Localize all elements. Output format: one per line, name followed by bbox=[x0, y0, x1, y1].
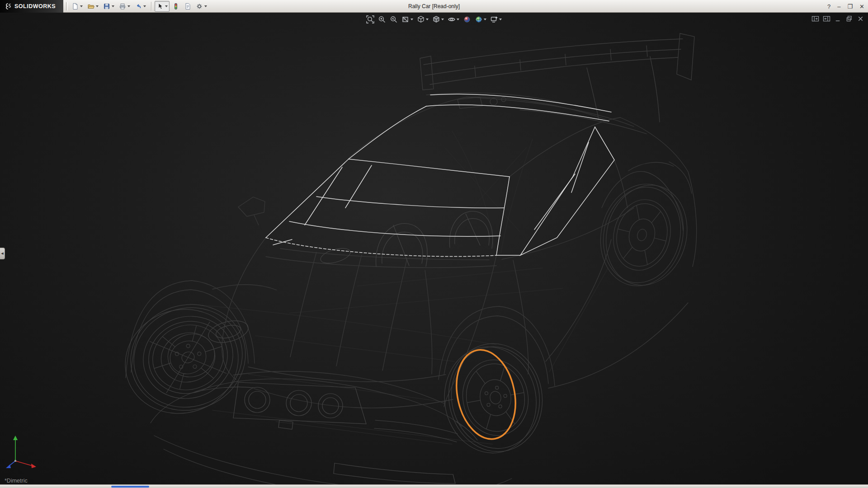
heads-up-view-toolbar bbox=[365, 15, 503, 24]
print-icon bbox=[119, 3, 126, 10]
help-button[interactable]: ? bbox=[827, 4, 830, 9]
main-toolbar bbox=[70, 1, 209, 12]
toolbar-grip bbox=[66, 2, 68, 10]
save-icon bbox=[103, 3, 110, 10]
view-settings-button[interactable] bbox=[489, 15, 503, 24]
apply-scene-button[interactable] bbox=[474, 15, 487, 24]
minimize-button[interactable]: – bbox=[837, 4, 840, 9]
undo-icon bbox=[135, 3, 142, 10]
window-title: Rally Car [Read-only] bbox=[408, 3, 460, 9]
zoom-to-fit-icon bbox=[366, 15, 374, 23]
car-wheel-front-left bbox=[111, 290, 259, 428]
car-front-details bbox=[194, 317, 477, 483]
triad-y-axis bbox=[13, 436, 18, 461]
previous-view-icon bbox=[390, 15, 398, 23]
select-button[interactable] bbox=[155, 1, 170, 12]
collapse-arrow-icon: ◀ bbox=[1, 252, 3, 255]
dropdown-arrow-icon[interactable] bbox=[484, 19, 486, 20]
open-button[interactable] bbox=[85, 1, 100, 12]
dropdown-arrow-icon[interactable] bbox=[410, 19, 413, 20]
new-button[interactable] bbox=[70, 1, 85, 12]
dropdown-arrow-icon[interactable] bbox=[143, 5, 146, 7]
select-arrow-icon bbox=[156, 3, 164, 10]
print-button[interactable] bbox=[117, 1, 132, 12]
apply-scene-globe-icon bbox=[475, 15, 483, 23]
file-properties-icon bbox=[184, 3, 191, 10]
rebuild-traffic-light-icon bbox=[172, 3, 179, 10]
toolbar-separator bbox=[151, 2, 151, 11]
solidworks-window: SOLIDWORKS bbox=[0, 0, 868, 488]
zoom-to-area-button[interactable] bbox=[377, 15, 387, 24]
view-settings-icon bbox=[490, 15, 498, 23]
show-feature-pane-icon[interactable] bbox=[811, 15, 819, 23]
viewport-3d[interactable]: ◀ *Dimetric bbox=[0, 13, 868, 484]
solidworks-logo-icon bbox=[5, 3, 12, 10]
file-properties-button[interactable] bbox=[182, 1, 193, 12]
dropdown-arrow-icon[interactable] bbox=[96, 5, 99, 7]
hide-show-eye-icon bbox=[448, 15, 456, 23]
options-button[interactable] bbox=[194, 1, 209, 12]
display-style-button[interactable] bbox=[431, 15, 445, 24]
car-wireframe-model[interactable] bbox=[0, 13, 868, 484]
dropdown-arrow-icon[interactable] bbox=[80, 5, 83, 7]
car-wheel-rear bbox=[590, 175, 698, 296]
dropdown-arrow-icon[interactable] bbox=[112, 5, 114, 7]
brand-name: SOLIDWORKS bbox=[14, 3, 56, 9]
dropdown-arrow-icon[interactable] bbox=[127, 5, 130, 7]
dropdown-arrow-icon[interactable] bbox=[165, 5, 168, 7]
maximize-button[interactable]: ❐ bbox=[847, 4, 853, 9]
section-view-icon bbox=[401, 15, 410, 23]
close-document-icon[interactable] bbox=[857, 15, 864, 23]
dropdown-arrow-icon[interactable] bbox=[426, 19, 429, 20]
solidworks-logo: SOLIDWORKS bbox=[0, 0, 63, 13]
window-controls: ? – ❐ ✕ bbox=[827, 0, 864, 13]
new-document-icon bbox=[71, 3, 79, 10]
restore-document-icon[interactable] bbox=[845, 15, 853, 23]
show-display-pane-icon[interactable] bbox=[823, 15, 830, 23]
document-window-controls bbox=[811, 15, 864, 23]
triad-x-axis bbox=[15, 461, 36, 468]
zoom-to-area-icon bbox=[378, 15, 386, 23]
save-button[interactable] bbox=[101, 1, 116, 12]
view-orientation-label: *Dimetric bbox=[5, 478, 28, 484]
view-orientation-cube-icon bbox=[417, 15, 425, 23]
open-folder-icon bbox=[87, 3, 94, 10]
car-rear-wing bbox=[420, 33, 694, 134]
dropdown-arrow-icon[interactable] bbox=[499, 19, 502, 20]
view-orientation-button[interactable] bbox=[416, 15, 429, 24]
minimize-document-icon[interactable] bbox=[834, 15, 842, 23]
previous-view-button[interactable] bbox=[389, 15, 399, 24]
status-accent bbox=[111, 486, 149, 488]
undo-button[interactable] bbox=[133, 1, 148, 12]
feature-panel-collapse-tab[interactable]: ◀ bbox=[0, 248, 5, 259]
status-bar bbox=[0, 484, 868, 488]
orientation-triad bbox=[5, 432, 42, 472]
close-button[interactable]: ✕ bbox=[859, 4, 864, 9]
car-body-lines bbox=[126, 93, 697, 484]
options-gear-icon bbox=[196, 3, 203, 10]
edit-appearance-button[interactable] bbox=[462, 15, 472, 24]
car-highlighted-glass-edges bbox=[266, 94, 614, 256]
dropdown-arrow-icon[interactable] bbox=[457, 19, 459, 20]
triad-origin bbox=[14, 460, 16, 462]
edit-appearance-ball-icon bbox=[463, 15, 471, 23]
zoom-to-fit-button[interactable] bbox=[365, 15, 375, 24]
dropdown-arrow-icon[interactable] bbox=[441, 19, 444, 20]
rebuild-button[interactable] bbox=[170, 1, 181, 12]
section-view-button[interactable] bbox=[401, 15, 414, 24]
triad-z-axis bbox=[6, 461, 15, 468]
display-style-icon bbox=[432, 15, 440, 23]
hide-show-items-button[interactable] bbox=[447, 15, 460, 24]
dropdown-arrow-icon[interactable] bbox=[204, 5, 207, 7]
titlebar: SOLIDWORKS bbox=[0, 0, 868, 13]
